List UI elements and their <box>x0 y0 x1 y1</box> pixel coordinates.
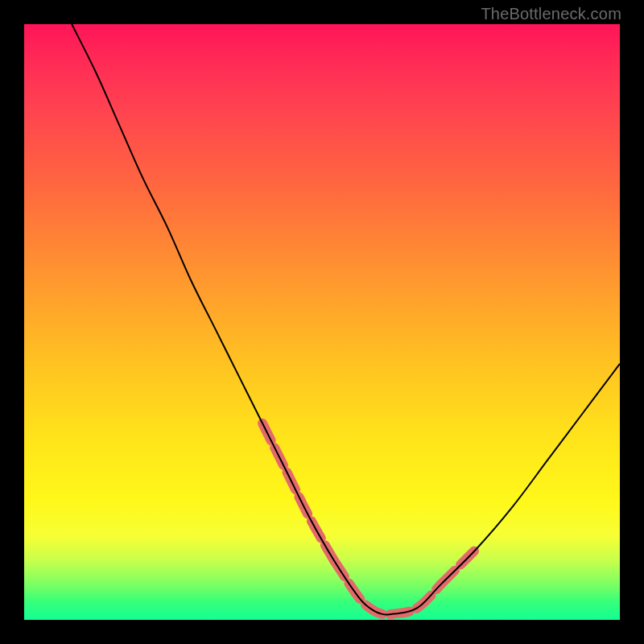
watermark-text: TheBottleneck.com <box>481 5 621 23</box>
chart-overlay-svg <box>24 24 620 620</box>
emphasis-segment-valley <box>334 560 441 615</box>
bottleneck-curve <box>72 24 620 615</box>
chart-frame <box>24 24 620 620</box>
emphasis-layer <box>262 423 477 615</box>
